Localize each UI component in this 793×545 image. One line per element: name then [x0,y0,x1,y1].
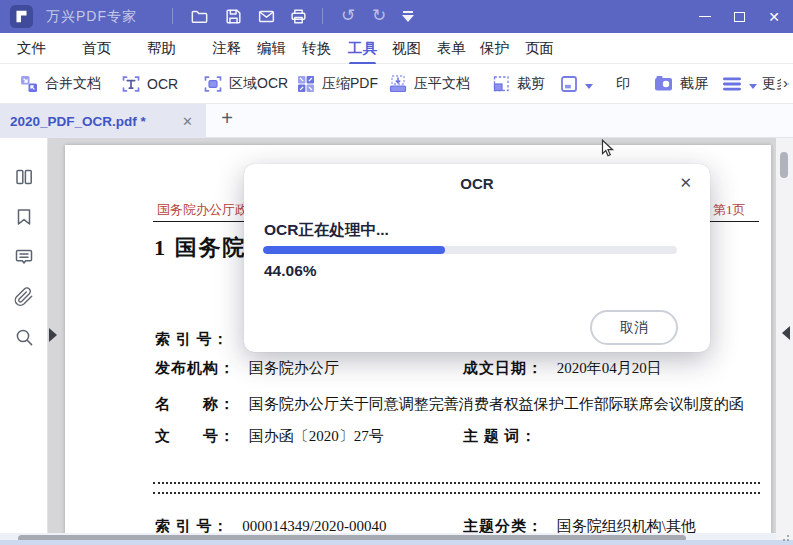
cancel-button[interactable]: 取消 [590,310,678,345]
thumbnails-icon[interactable] [13,166,35,188]
bookmark-icon[interactable] [13,206,35,228]
menu-edit[interactable]: 编辑 [257,39,286,58]
resize-grip[interactable] [780,534,790,544]
menu-comment[interactable]: 注释 [212,39,241,58]
doc-header-left: 国务院办公厅政 [157,201,248,219]
menu-page[interactable]: 页面 [525,39,554,58]
document-tab[interactable]: 2020_PDF_OCR.pdf * ✕ [0,104,206,138]
doc-field-row: 成文日期： 2020年04月20日 [463,359,662,378]
tool-watermark[interactable]: 印 [558,64,630,104]
titlebar-separator [172,8,173,24]
tab-title: 2020_PDF_OCR.pdf * [10,114,179,129]
flatten-icon [387,73,409,95]
merge-icon [18,73,40,95]
open-file-icon[interactable] [190,7,209,26]
crop-icon [490,73,512,95]
ocr-icon [120,73,142,95]
progress-bar-fill [263,246,445,254]
doc-number-value: 国办函〔2020〕27号 [249,428,384,444]
doc-issuer-label: 发布机构： [155,360,235,376]
doc-number-label: 文 号： [155,428,235,444]
chevron-down-icon [585,84,593,93]
maximize-button[interactable] [722,0,756,33]
tabbar: 2020_PDF_OCR.pdf * ✕ + [0,104,793,138]
menu-tools[interactable]: 工具 [348,39,377,58]
collapse-toolbar-icon[interactable] [402,11,414,22]
doc-category-label: 主题分类： [463,518,543,534]
print-icon[interactable] [289,7,308,26]
progress-bar [263,246,677,254]
doc-dotted-divider [153,492,760,494]
tool-crop[interactable]: 裁剪 [490,64,545,104]
doc-index2-label: 索 引 号： [155,518,229,534]
doc-dotted-divider [153,482,760,484]
app-title: 万兴PDF专家 [46,8,137,26]
doc-field-row: 名 称： 国务院办公厅关于同意调整完善消费者权益保护工作部际联席会议制度的函 [155,395,744,414]
watermark-icon [558,73,580,95]
save-icon[interactable] [224,7,243,26]
screenshot-icon [652,73,675,95]
attachment-icon[interactable] [13,286,35,308]
menu-file[interactable]: 文件 [17,39,46,58]
toolbar: 合并文档 OCR 区域OCR 压缩PDF [0,64,793,104]
doc-field-row: 索 引 号： [155,330,229,349]
doc-field-row: 文 号： 国办函〔2020〕27号 [155,427,384,446]
tool-ocr[interactable]: OCR [120,64,178,104]
ocr-status-text: OCR正在处理中... [264,220,389,241]
doc-header-page-number: 第1页 [713,201,746,219]
dialog-title: OCR [244,175,710,192]
menubar: 文件 首页 帮助 注释 编辑 转换 工具 视图 表单 保护 页面 [0,33,793,64]
left-sidebar [0,138,48,545]
tool-screenshot[interactable]: 截屏 [652,64,708,104]
doc-index2-value: 000014349/2020-00040 [242,518,386,534]
menu-view[interactable]: 视图 [392,39,421,58]
doc-name-value: 国务院办公厅关于同意调整完善消费者权益保护工作部际联席会议制度的函 [249,396,744,412]
tool-merge-documents[interactable]: 合并文档 [18,64,101,104]
tab-close-icon[interactable]: ✕ [179,114,196,129]
sidebar-expand-handle[interactable] [49,328,64,342]
menu-form[interactable]: 表单 [437,39,466,58]
app-logo-icon [10,5,33,28]
chevron-down-icon [749,84,757,93]
titlebar-separator [322,8,323,24]
doc-name-label: 名 称： [155,396,235,412]
tool-flatten-pdf[interactable]: 压平文档 [387,64,470,104]
comment-icon[interactable] [13,246,35,268]
tool-compress-pdf[interactable]: 压缩PDF [295,64,378,104]
tool-area-ocr[interactable]: 区域OCR [202,64,288,104]
close-button[interactable]: ✕ [757,0,791,33]
progress-percent: 44.06% [264,262,317,280]
bottom-strip [0,540,793,545]
area-ocr-icon [202,73,224,95]
vertical-scrollbar-thumb[interactable] [780,152,788,178]
toolbar-overflow-chevron[interactable]: › [781,74,788,91]
new-tab-button[interactable]: + [214,107,240,130]
vertical-scrollbar[interactable] [776,138,793,545]
menu-home[interactable]: 首页 [82,39,111,58]
doc-index-label: 索 引 号： [155,331,229,347]
tool-menu-more[interactable]: 更多 [720,64,790,104]
doc-issuer-value: 国务院办公厅 [249,360,339,376]
doc-subject-label: 主 题 词： [463,428,537,444]
dialog-close-icon[interactable]: ✕ [675,172,696,194]
doc-field-row: 发布机构： 国务院办公厅 [155,359,339,378]
doc-heading: 1 国务院 [154,233,247,263]
search-icon[interactable] [13,326,35,348]
redo-icon[interactable]: ↻ [372,4,386,28]
menu-convert[interactable]: 转换 [302,39,331,58]
titlebar: 万兴PDF专家 ↺ ↻ ✕ [0,0,793,33]
mouse-cursor-icon [601,139,616,159]
minimize-button[interactable] [688,0,722,33]
email-icon[interactable] [257,7,276,26]
menu-help[interactable]: 帮助 [147,39,176,58]
menu-protect[interactable]: 保护 [480,39,509,58]
doc-category-value: 国务院组织机构\其他 [557,518,696,534]
doc-date-value: 2020年04月20日 [557,360,662,376]
doc-field-row: 主 题 词： [463,427,537,446]
ocr-dialog: OCR ✕ OCR正在处理中... 44.06% 取消 [244,164,710,352]
right-panel-expand-handle[interactable] [775,326,790,340]
hamburger-icon [720,73,744,95]
compress-icon [295,73,317,95]
undo-icon[interactable]: ↺ [341,4,355,28]
app-window: 万兴PDF专家 ↺ ↻ ✕ 文件 首页 帮助 注释 编辑 转换 工具 视图 表单… [0,0,793,545]
